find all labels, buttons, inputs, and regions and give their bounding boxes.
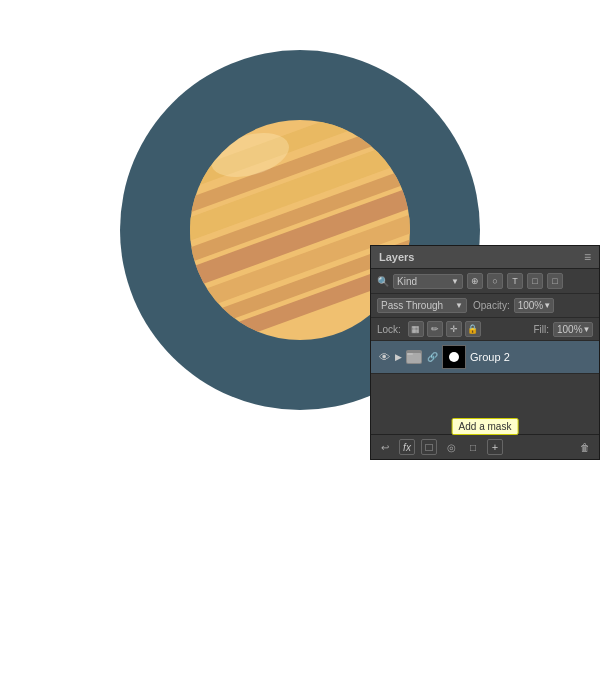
lock-pixels-icon[interactable]: ✏ [427,321,443,337]
filter-search-icon: 🔍 [377,276,389,287]
layer-item-group2[interactable]: 👁 ▶ 🔗 Group 2 [371,341,599,374]
filter-row: 🔍 Kind ▼ ⊕ ○ T □ □ [371,269,599,294]
filter-icons: ⊕ ○ T □ □ [467,273,563,289]
delete-layer-icon[interactable]: 🗑 [577,439,593,455]
add-mask-tooltip: Add a mask [452,418,519,435]
lock-position-icon[interactable]: ✛ [446,321,462,337]
canvas-area: Layers ≡ 🔍 Kind ▼ ⊕ ○ T □ □ Pass Through… [0,0,600,460]
new-adjustment-icon[interactable]: ◎ [443,439,459,455]
svg-rect-1 [407,353,413,355]
new-layer-icon[interactable]: + [487,439,503,455]
opacity-row: Opacity: 100% ▼ [473,298,554,313]
fill-input[interactable]: 100% ▼ [553,322,593,337]
layers-bottom-toolbar: ↩ fx □ ◎ □ + 🗑 [371,434,599,459]
fill-label: Fill: [533,324,549,335]
lock-icons: ▦ ✏ ✛ 🔒 [408,321,481,337]
layer-effects-icon[interactable]: fx [399,439,415,455]
filter-kind-dropdown[interactable]: Kind ▼ [393,274,463,289]
blend-opacity-row: Pass Through ▼ Opacity: 100% ▼ [371,294,599,318]
layers-menu-icon[interactable]: ≡ [584,250,591,264]
layers-panel: Layers ≡ 🔍 Kind ▼ ⊕ ○ T □ □ Pass Through… [370,245,600,460]
opacity-input[interactable]: 100% ▼ [514,298,554,313]
layers-title: Layers [379,251,414,263]
lock-transparent-icon[interactable]: ▦ [408,321,424,337]
lock-all-icon[interactable]: 🔒 [465,321,481,337]
fill-chevron-icon: ▼ [583,325,591,334]
layer-thumb-dot [449,352,459,362]
link-layers-icon[interactable]: ↩ [377,439,393,455]
layer-link-icon[interactable]: 🔗 [426,351,438,363]
tooltip-container: Add a mask [452,418,519,435]
opacity-chevron-icon: ▼ [543,301,551,310]
blend-chevron-icon: ▼ [455,301,463,310]
layers-panel-header: Layers ≡ [371,246,599,269]
layer-thumbnail [442,345,466,369]
add-mask-icon[interactable]: □ [421,439,437,455]
lock-row: Lock: ▦ ✏ ✛ 🔒 Fill: 100% ▼ [371,318,599,341]
new-group-icon[interactable]: □ [465,439,481,455]
chevron-down-icon: ▼ [451,277,459,286]
layer-name: Group 2 [470,351,593,363]
layer-visibility-icon[interactable]: 👁 [377,350,391,364]
filter-icon-type[interactable]: T [507,273,523,289]
filter-icon-shape[interactable]: □ [527,273,543,289]
blend-mode-dropdown[interactable]: Pass Through ▼ [377,298,467,313]
filter-icon-smart[interactable]: □ [547,273,563,289]
layer-expand-icon[interactable]: ▶ [395,352,402,362]
lock-label: Lock: [377,324,401,335]
opacity-label: Opacity: [473,300,510,311]
layer-folder-icon [406,350,422,364]
filter-icon-pixel[interactable]: ⊕ [467,273,483,289]
filter-icon-adjustment[interactable]: ○ [487,273,503,289]
